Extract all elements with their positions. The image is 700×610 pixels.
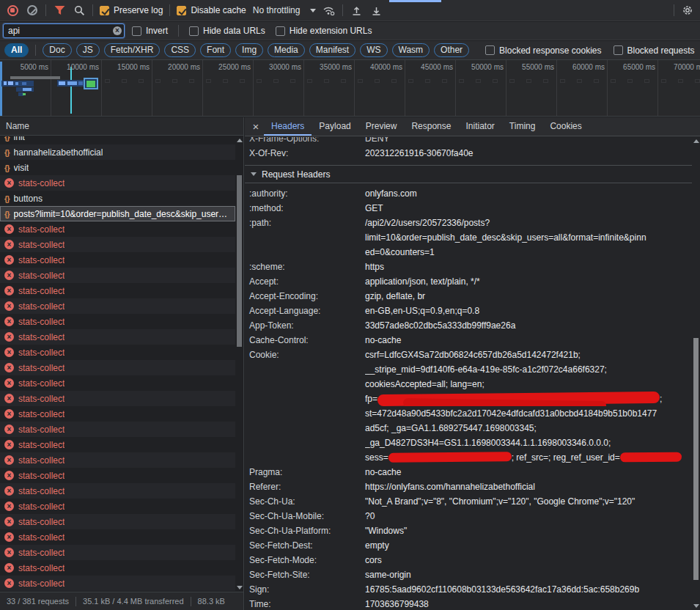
request-row[interactable]: ×stats-collect [0, 529, 235, 545]
request-list-scrollbar[interactable] [235, 136, 243, 592]
name-column-header[interactable]: Name [0, 117, 243, 136]
request-row[interactable]: ×stats-collect [0, 268, 235, 283]
status-segment: 35.1 kB / 4.4 MB transferred [83, 597, 184, 606]
filter-pill-img[interactable]: Img [235, 43, 263, 57]
filter-pill-all[interactable]: All [4, 43, 29, 57]
request-row[interactable]: {}visit [0, 160, 235, 175]
preserve-log-checkbox[interactable]: Preserve log [100, 5, 163, 15]
request-row[interactable]: ×stats-collect [0, 298, 235, 314]
tab-response[interactable]: Response [404, 117, 458, 136]
header-value-line: DENY [365, 137, 692, 146]
request-row[interactable]: ×stats-collect [0, 468, 235, 483]
tab-payload[interactable]: Payload [312, 117, 358, 136]
toolbar-separator [342, 4, 343, 16]
filter-input[interactable] [3, 23, 125, 38]
request-row[interactable]: ×stats-collect [0, 437, 235, 452]
filter-checkbox-blocked-requests[interactable]: Blocked requests [614, 45, 695, 56]
filter-pill-js[interactable]: JS [76, 43, 100, 57]
filter-checkbox-hide-extension-urls[interactable]: Hide extension URLs [276, 26, 372, 36]
request-row[interactable]: ×stats-collect [0, 221, 235, 237]
request-row[interactable]: ×stats-collect [0, 560, 235, 576]
request-row[interactable]: ×stats-collect [0, 329, 235, 345]
header-value-line: sess=; ref_src=; reg_ref_user_id= [365, 450, 692, 465]
settings-gear-icon[interactable] [681, 4, 694, 17]
timeline-gridline [607, 60, 608, 116]
timeline-left-handle[interactable] [0, 62, 2, 116]
scroll-up-icon[interactable] [237, 139, 243, 142]
pill-separator [35, 45, 36, 56]
section-header-request-headers[interactable]: Request Headers [245, 165, 692, 183]
search-icon[interactable] [73, 4, 86, 17]
filter-pill-fetch-xhr[interactable]: Fetch/XHR [104, 43, 161, 57]
devtools-network-panel: Preserve log Disable cache No throttling [0, 0, 700, 610]
filter-pill-doc[interactable]: Doc [43, 43, 71, 57]
request-row[interactable]: ×stats-collect [0, 283, 235, 298]
checkbox-label: Invert [146, 26, 168, 36]
checkbox-unchecked [189, 26, 199, 36]
filter-pill-manifest[interactable]: Manifest [309, 43, 355, 57]
checkbox-unchecked [276, 26, 285, 36]
details-scrollbar[interactable] [692, 137, 700, 610]
request-row[interactable]: ×stats-collect [0, 499, 235, 514]
filter-pill-media[interactable]: Media [268, 43, 305, 57]
request-row[interactable]: {}posts?limit=10&order=publish_date_desc… [0, 206, 235, 221]
request-row[interactable]: {}buttons [0, 191, 235, 206]
import-har-icon[interactable] [350, 4, 363, 17]
filter-checkbox-blocked-response-cookies[interactable]: Blocked response cookies [485, 45, 601, 56]
request-row[interactable]: ×stats-collect [0, 545, 235, 560]
throttling-select[interactable]: No throttling [253, 5, 317, 15]
filter-pill-ws[interactable]: WS [360, 43, 387, 57]
request-row[interactable]: ×stats-collect [0, 576, 235, 591]
filter-pill-css[interactable]: CSS [164, 43, 196, 57]
filter-checkbox-hide-data-urls[interactable]: Hide data URLs [189, 26, 265, 36]
export-har-icon[interactable] [369, 4, 383, 17]
header-value-line: ed=0&counters=1 [365, 245, 692, 260]
request-row[interactable]: {}init [0, 136, 235, 144]
close-icon[interactable]: × [248, 117, 264, 136]
tab-preview[interactable]: Preview [358, 117, 405, 136]
network-overview-timeline[interactable]: 5000 ms10000 ms15000 ms20000 ms25000 ms3… [0, 60, 700, 117]
filter-pill-other[interactable]: Other [434, 43, 469, 57]
filter-icon[interactable] [53, 4, 66, 17]
timeline-tick-label: 25000 ms [218, 63, 251, 71]
request-row[interactable]: ×stats-collect [0, 391, 235, 406]
request-row[interactable]: ×stats-collect [0, 175, 235, 191]
tab-initiator[interactable]: Initiator [458, 117, 501, 136]
request-row[interactable]: ×stats-collect [0, 314, 235, 329]
request-label: stats-collect [18, 471, 65, 481]
request-row[interactable]: ×stats-collect [0, 375, 235, 391]
request-row[interactable]: ×stats-collect [0, 514, 235, 529]
filter-pill-wasm[interactable]: Wasm [392, 43, 430, 57]
request-row[interactable]: ×stats-collect [0, 252, 235, 268]
header-value: "Not_A Brand";v="8", "Chromium";v="120",… [365, 494, 692, 509]
clear-icon[interactable] [26, 4, 39, 17]
timeline-ghost-mark [644, 79, 649, 83]
request-row[interactable]: ×stats-collect [0, 360, 235, 375]
scroll-up-icon[interactable] [693, 139, 699, 143]
tab-timing[interactable]: Timing [502, 117, 543, 136]
request-row[interactable]: ×stats-collect [0, 422, 235, 437]
scrollbar-thumb[interactable] [693, 338, 699, 580]
request-row[interactable]: ×stats-collect [0, 237, 235, 252]
request-row[interactable]: {}hannahelizabethofficial [0, 144, 235, 160]
checkbox-label: Blocked requests [627, 45, 695, 56]
error-icon: × [4, 301, 14, 311]
tab-cookies[interactable]: Cookies [542, 117, 589, 136]
scroll-down-icon[interactable] [237, 586, 243, 589]
tab-headers[interactable]: Headers [264, 117, 312, 136]
disable-cache-checkbox[interactable]: Disable cache [177, 5, 246, 15]
scroll-down-icon[interactable] [693, 604, 699, 608]
filter-pill-font[interactable]: Font [200, 43, 231, 57]
clear-filter-icon[interactable]: × [113, 26, 122, 35]
request-row[interactable]: ×stats-collect [0, 406, 235, 422]
network-conditions-icon[interactable] [323, 4, 336, 17]
filter-checkbox-invert[interactable]: Invert [132, 26, 168, 36]
record-icon[interactable] [6, 4, 19, 17]
request-row[interactable]: ×stats-collect [0, 452, 235, 468]
timeline-gridline [455, 60, 456, 116]
request-row[interactable]: ×stats-collect [0, 345, 235, 360]
waterfall-bar [59, 81, 65, 85]
scrollbar-thumb[interactable] [237, 175, 242, 347]
request-row[interactable]: ×stats-collect [0, 483, 235, 499]
request-label: visit [14, 163, 29, 173]
